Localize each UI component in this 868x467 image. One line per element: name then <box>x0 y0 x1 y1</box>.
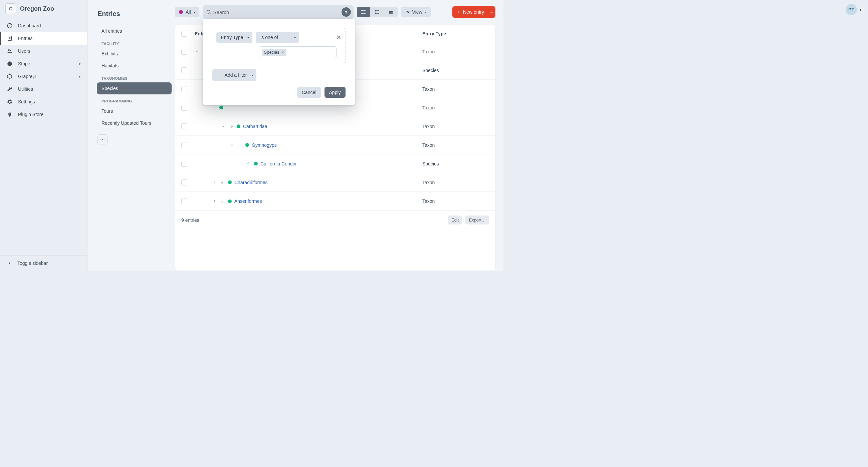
bulk-edit-button[interactable]: Edit <box>448 215 462 225</box>
view-menu[interactable]: View ▾ <box>401 7 431 18</box>
row-count: 9 entries <box>181 218 199 223</box>
apply-button[interactable]: Apply <box>324 87 345 98</box>
nav-item-label: GraphQL <box>18 74 37 79</box>
entry-link[interactable]: Gymnogyps <box>252 142 277 148</box>
row-checkbox[interactable] <box>181 198 187 204</box>
global-nav: DashboardEntriesUsersStripe▾GraphQL▾Util… <box>0 18 87 123</box>
subnav-item-recently-updated-tours[interactable]: Recently Updated Tours <box>97 117 172 129</box>
nav-item-utilities[interactable]: Utilities <box>0 83 87 95</box>
expand-icon[interactable] <box>212 181 217 184</box>
nav-item-stripe[interactable]: Stripe▾ <box>0 57 87 70</box>
filter-value-input[interactable]: Species✕ <box>260 46 337 58</box>
row-checkbox[interactable] <box>181 67 187 73</box>
svg-point-14 <box>207 10 210 13</box>
chip-label: Species <box>264 50 279 55</box>
brand-name: Oregon Zoo <box>20 5 54 12</box>
nav-item-settings[interactable]: Settings <box>0 95 87 108</box>
entry-link[interactable]: California Condor <box>260 161 297 166</box>
toggle-sidebar[interactable]: Toggle sidebar <box>0 255 87 271</box>
site-filter-label: All <box>186 9 191 15</box>
chevron-down-icon: ▾ <box>79 62 81 66</box>
collapse-icon[interactable] <box>195 50 200 54</box>
subnav-more-button[interactable]: ⋯ <box>97 134 107 144</box>
table-row: California CondorSpecies <box>175 155 495 173</box>
filter-operator-select[interactable]: is one of ▾ <box>256 32 299 43</box>
svg-point-75 <box>224 201 224 201</box>
subnav-item-tours[interactable]: Tours <box>97 105 172 117</box>
filter-field-select[interactable]: Entry Type ▾ <box>216 32 253 43</box>
drag-handle-icon[interactable] <box>220 180 225 185</box>
select-all-checkbox[interactable] <box>181 31 187 37</box>
svg-point-8 <box>9 74 10 74</box>
svg-point-51 <box>214 108 214 109</box>
drag-handle-icon[interactable] <box>220 199 225 203</box>
nav-item-entries[interactable]: Entries <box>0 32 87 45</box>
subnav-all-entries[interactable]: All entries <box>97 25 172 37</box>
row-checkbox[interactable] <box>181 105 187 111</box>
row-checkbox[interactable] <box>181 49 187 55</box>
entry-link[interactable]: Anseriformes <box>235 198 262 204</box>
brand-logo: C <box>5 3 16 14</box>
svg-point-65 <box>250 163 250 164</box>
status-dot-icon <box>237 125 240 128</box>
drag-handle-icon[interactable] <box>229 125 234 128</box>
new-entry-button[interactable]: ＋ New entry <box>452 6 488 18</box>
chevron-down-icon: ▾ <box>247 36 249 39</box>
svg-point-76 <box>222 202 223 203</box>
svg-point-48 <box>213 107 213 108</box>
toolbar: All ▾ <box>175 5 495 19</box>
subnav-item-exhibits[interactable]: Exhibits <box>97 48 172 60</box>
drag-handle-icon[interactable] <box>246 162 251 166</box>
filter-chip[interactable]: Species✕ <box>262 49 286 56</box>
row-checkbox[interactable] <box>181 124 187 129</box>
entry-type: Taxon <box>422 180 489 185</box>
row-checkbox[interactable] <box>181 179 187 186</box>
subnav-group-header: PROGRAMMING <box>97 94 172 105</box>
site-filter[interactable]: All ▾ <box>175 7 199 18</box>
row-checkbox[interactable] <box>181 142 187 148</box>
subnav-item-habitats[interactable]: Habitats <box>97 60 172 72</box>
table-row: CathartidaeTaxon <box>175 117 495 136</box>
subnav-item-species[interactable]: Species <box>97 82 172 94</box>
col-type-header[interactable]: Entry Type <box>422 31 489 36</box>
nav-item-plugin-store[interactable]: Plugin Store <box>0 108 87 121</box>
expand-icon[interactable] <box>212 199 217 203</box>
drag-handle-icon[interactable] <box>211 106 217 110</box>
collapse-icon[interactable] <box>229 143 235 147</box>
svg-point-58 <box>239 145 239 145</box>
svg-point-69 <box>222 182 223 183</box>
drag-handle-icon[interactable] <box>237 143 243 147</box>
display-list-button[interactable] <box>370 7 384 18</box>
filter-toggle[interactable] <box>342 7 351 17</box>
entry-link[interactable]: Charadriiformes <box>235 180 268 185</box>
brand[interactable]: C Oregon Zoo <box>0 0 87 18</box>
nav-item-dashboard[interactable]: Dashboard <box>0 19 87 32</box>
filter-field-label: Entry Type <box>221 35 243 40</box>
nav-item-label: Entries <box>18 36 33 41</box>
collapse-icon[interactable] <box>221 125 226 128</box>
nav-item-graphql[interactable]: GraphQL▾ <box>0 70 87 83</box>
svg-point-4 <box>8 49 10 51</box>
global-sidebar: C Oregon Zoo DashboardEntriesUsersStripe… <box>0 0 88 271</box>
row-checkbox[interactable] <box>181 86 187 92</box>
cancel-button[interactable]: Cancel <box>297 87 321 98</box>
svg-point-63 <box>247 163 248 164</box>
svg-point-52 <box>231 125 232 126</box>
display-tree-button[interactable] <box>357 7 370 18</box>
new-entry-menu[interactable]: ▾ <box>488 6 495 18</box>
svg-point-56 <box>231 127 232 128</box>
search-input[interactable] <box>213 9 342 15</box>
chevron-down-icon: ▾ <box>294 36 296 39</box>
export-button[interactable]: Export… <box>465 215 489 225</box>
remove-filter-button[interactable]: ✕ <box>336 34 341 41</box>
nav-item-users[interactable]: Users <box>0 45 87 57</box>
display-card-button[interactable] <box>384 7 398 18</box>
entry-link[interactable]: Cathartidae <box>243 124 267 129</box>
add-filter-label: Add a filter <box>225 72 247 78</box>
remove-chip-icon[interactable]: ✕ <box>281 50 284 55</box>
table-row: CharadriiformesTaxon <box>175 173 495 192</box>
add-filter-button[interactable]: ＋ Add a filter ▾ <box>212 69 256 81</box>
nav-item-label: Users <box>18 48 30 54</box>
svg-point-25 <box>375 13 376 13</box>
row-checkbox[interactable] <box>181 161 187 167</box>
